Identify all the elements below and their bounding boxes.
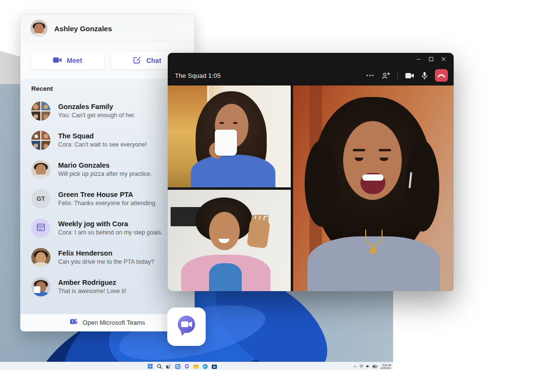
initials-avatar: GT: [31, 189, 50, 208]
camera-icon[interactable]: [405, 73, 414, 79]
participant-video-bottom-left: [168, 190, 291, 291]
chevron-up-icon[interactable]: [353, 365, 357, 368]
conversation-name: Weekly jog with Cora: [58, 220, 162, 228]
conversation-preview: You: Can't get enough of her.: [58, 112, 136, 119]
close-button[interactable]: [437, 54, 450, 64]
tray-time: 8:26 AM: [381, 364, 391, 367]
conversation-preview: Cora: Can't wait to see everyone!: [58, 141, 147, 148]
meet-button-label: Meet: [67, 57, 82, 64]
contact-avatar: [31, 160, 50, 179]
contact-avatar: [31, 277, 50, 296]
svg-text:T: T: [72, 319, 74, 324]
participant-body: [191, 155, 275, 187]
widgets-icon[interactable]: [174, 363, 181, 369]
calendar-avatar: [31, 219, 50, 238]
conversation-name: Mario Gonzales: [58, 161, 152, 170]
meet-button[interactable]: Meet: [31, 51, 104, 70]
tray-date: 10/6/2021: [381, 367, 391, 369]
conversation-name: Green Tree House PTA: [58, 191, 157, 199]
conversation-preview: Will pick up pizza after my practice.: [58, 171, 152, 178]
compose-icon: [133, 56, 141, 65]
microphone-icon[interactable]: [421, 72, 428, 80]
chat-video-bubble-icon: [175, 314, 198, 339]
user-name: Ashley Gonzales: [54, 24, 112, 33]
store-icon[interactable]: [211, 363, 217, 369]
call-title: The Squad 1:05: [175, 72, 221, 79]
necklace-pendant: [370, 247, 376, 254]
chat-taskbar-icon[interactable]: [184, 363, 190, 369]
screenshot-stage: 8:26 AM 10/6/2021 Ashley Gonzales Meet: [0, 0, 544, 392]
user-avatar[interactable]: [30, 20, 48, 37]
conversation-preview: That is awesome! Love it!: [58, 288, 126, 295]
edge-icon[interactable]: [202, 363, 208, 369]
conversation-preview: Cora: I am so behind on my step goals.: [58, 229, 162, 236]
maximize-button[interactable]: [425, 54, 437, 64]
conversation-name: Gonzales Family: [58, 103, 136, 111]
volume-icon[interactable]: [366, 364, 371, 368]
clock[interactable]: 8:26 AM 10/6/2021: [380, 364, 391, 369]
calendar-icon: [37, 223, 45, 233]
teams-call-window: The Squad 1:05: [168, 53, 454, 291]
start-button[interactable]: [147, 363, 153, 369]
participant-video-top-left: [168, 86, 291, 187]
wifi-icon[interactable]: [359, 364, 364, 368]
group-avatar: [31, 101, 50, 121]
video-grid: [168, 86, 454, 291]
add-people-icon[interactable]: [382, 72, 390, 79]
chat-button-label: Chat: [146, 57, 161, 64]
search-icon[interactable]: [156, 363, 162, 369]
file-explorer-icon[interactable]: [193, 363, 199, 369]
conversation-name: Amber Rodriguez: [58, 279, 126, 287]
hang-up-button[interactable]: [435, 69, 448, 82]
laughing-mouth: [360, 173, 385, 194]
coffee-mug: [215, 130, 237, 156]
minimize-button[interactable]: [412, 54, 425, 64]
chat-flyout-button[interactable]: [167, 307, 206, 346]
contact-avatar: [31, 248, 50, 267]
teams-logo-icon: T: [70, 318, 78, 327]
call-window-titlebar: [168, 53, 454, 65]
group-avatar: [31, 131, 50, 150]
waving-hand: [247, 218, 271, 248]
system-tray[interactable]: 8:26 AM 10/6/2021: [353, 363, 391, 370]
flyout-header: Ashley Gonzales: [21, 15, 194, 42]
taskbar: 8:26 AM 10/6/2021: [0, 362, 393, 370]
participant-video-right: [293, 86, 454, 291]
conversation-preview: Felix: Thanks everyone for attending.: [58, 200, 157, 207]
conversation-preview: Can you drive me to the PTA today?: [58, 258, 154, 266]
control-divider: [397, 72, 398, 80]
conversation-name: The Squad: [58, 132, 147, 140]
participant-shirt: [209, 263, 242, 291]
open-teams-label: Open Microsoft Teams: [83, 319, 145, 326]
call-controls: [366, 69, 448, 82]
more-options-icon[interactable]: [366, 74, 374, 77]
taskbar-icon-group: [147, 363, 217, 369]
participant-face: [209, 212, 240, 250]
battery-icon[interactable]: [372, 365, 378, 368]
conversation-name: Felix Henderson: [58, 249, 154, 257]
video-camera-icon: [53, 57, 62, 65]
task-view-icon[interactable]: [165, 363, 172, 369]
call-header: The Squad 1:05: [168, 65, 454, 86]
